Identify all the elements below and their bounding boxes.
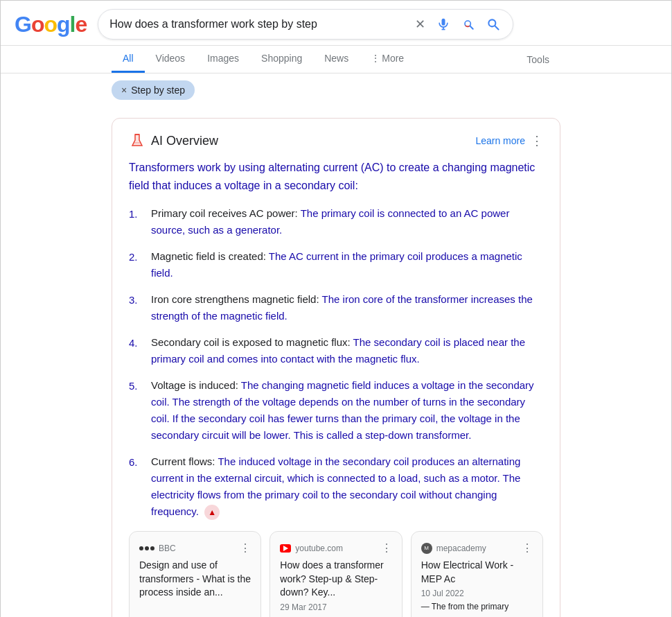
card-snippet: — The from the primary bbox=[421, 601, 533, 613]
lens-button[interactable] bbox=[460, 16, 477, 33]
card-source: M mepacademy bbox=[421, 543, 486, 554]
clear-button[interactable]: ✕ bbox=[414, 15, 427, 33]
ai-list: Primary coil receives AC power: The prim… bbox=[129, 205, 543, 520]
ai-overview-header: AI Overview Learn more ⋮ bbox=[129, 132, 543, 149]
chip-label: Step by step bbox=[131, 85, 185, 96]
tab-all[interactable]: All bbox=[112, 46, 145, 73]
main-content: AI Overview Learn more ⋮ Transformers wo… bbox=[1, 118, 671, 617]
collapse-button[interactable]: ▲ bbox=[204, 505, 220, 520]
search-input[interactable] bbox=[109, 18, 408, 31]
search-button[interactable] bbox=[485, 16, 502, 33]
search-bar: ✕ bbox=[98, 9, 513, 40]
lens-icon bbox=[461, 17, 475, 31]
source-card-mep[interactable]: M mepacademy ⋮ How Electrical Work - MEP… bbox=[411, 531, 543, 617]
card-date: 29 Mar 2017 bbox=[280, 602, 391, 612]
search-bar-icons: ✕ bbox=[414, 15, 502, 33]
list-item: Voltage is induced: The changing magneti… bbox=[129, 377, 543, 444]
card-date: 10 Jul 2022 bbox=[421, 589, 533, 598]
svg-line-7 bbox=[495, 26, 499, 30]
card-source-name: mepacademy bbox=[436, 544, 486, 553]
card-source-name: BBC bbox=[159, 544, 176, 553]
tab-news[interactable]: News bbox=[313, 46, 360, 73]
card-more-button[interactable]: ⋮ bbox=[381, 541, 392, 555]
voice-search-button[interactable] bbox=[435, 16, 452, 33]
list-item: Magnetic field is created: The AC curren… bbox=[129, 248, 543, 281]
card-header: BBC ⋮ bbox=[139, 541, 251, 555]
close-icon: ✕ bbox=[415, 17, 425, 32]
source-card-youtube[interactable]: youtube.com ⋮ How does a transformer wor… bbox=[269, 531, 402, 617]
tab-more[interactable]: ⋮ More bbox=[360, 46, 415, 73]
ai-overview: AI Overview Learn more ⋮ Transformers wo… bbox=[112, 118, 560, 617]
tab-videos[interactable]: Videos bbox=[145, 46, 197, 73]
ai-overview-label: AI Overview bbox=[151, 134, 218, 148]
card-more-button[interactable]: ⋮ bbox=[240, 541, 251, 555]
ai-overview-actions: Learn more ⋮ bbox=[475, 133, 543, 148]
svg-rect-0 bbox=[442, 19, 445, 26]
learn-more-button[interactable]: Learn more bbox=[475, 135, 525, 146]
card-header: youtube.com ⋮ bbox=[280, 541, 391, 555]
mic-icon bbox=[436, 17, 450, 31]
more-options-button[interactable]: ⋮ bbox=[531, 133, 543, 148]
search-icon bbox=[486, 17, 500, 31]
card-title: Design and use of transformers - What is… bbox=[139, 559, 251, 600]
list-item: Iron core strengthens magnetic field: Th… bbox=[129, 291, 543, 324]
tools-button[interactable]: Tools bbox=[515, 47, 560, 72]
more-dots-icon: ⋮ bbox=[371, 53, 380, 64]
card-title: How Electrical Work - MEP Ac bbox=[421, 559, 533, 586]
tab-shopping[interactable]: Shopping bbox=[250, 46, 313, 73]
list-item: Current flows: The induced voltage in th… bbox=[129, 453, 543, 520]
chevron-up-icon: ▲ bbox=[208, 507, 216, 517]
svg-line-5 bbox=[470, 26, 473, 29]
ai-intro: Transformers work by using alternating c… bbox=[129, 159, 543, 194]
card-more-button[interactable]: ⋮ bbox=[522, 541, 533, 555]
tab-images[interactable]: Images bbox=[196, 46, 250, 73]
source-cards: BBC ⋮ Design and use of transformers - W… bbox=[129, 531, 543, 617]
card-source: BBC bbox=[139, 544, 176, 553]
google-logo: Google bbox=[15, 12, 87, 37]
card-header: M mepacademy ⋮ bbox=[421, 541, 533, 555]
list-item: Primary coil receives AC power: The prim… bbox=[129, 205, 543, 238]
card-source-name: youtube.com bbox=[295, 544, 343, 553]
youtube-favicon bbox=[280, 544, 291, 553]
mep-favicon: M bbox=[421, 543, 432, 554]
filter-chips: × Step by step bbox=[1, 73, 671, 107]
step-by-step-chip[interactable]: × Step by step bbox=[112, 80, 195, 100]
card-source: youtube.com bbox=[280, 544, 343, 553]
card-title: How does a transformer work? Step-up & S… bbox=[280, 559, 391, 600]
list-item: Secondary coil is exposed to magnetic fl… bbox=[129, 334, 543, 367]
ai-flask-icon bbox=[129, 132, 145, 149]
chip-remove-icon: × bbox=[121, 85, 127, 96]
bbc-favicon bbox=[139, 546, 154, 550]
source-card-bbc[interactable]: BBC ⋮ Design and use of transformers - W… bbox=[129, 531, 261, 617]
nav-tabs: All Videos Images Shopping News ⋮ More T… bbox=[1, 46, 671, 73]
ai-overview-title: AI Overview bbox=[129, 132, 218, 149]
header: Google ✕ bbox=[1, 1, 671, 46]
